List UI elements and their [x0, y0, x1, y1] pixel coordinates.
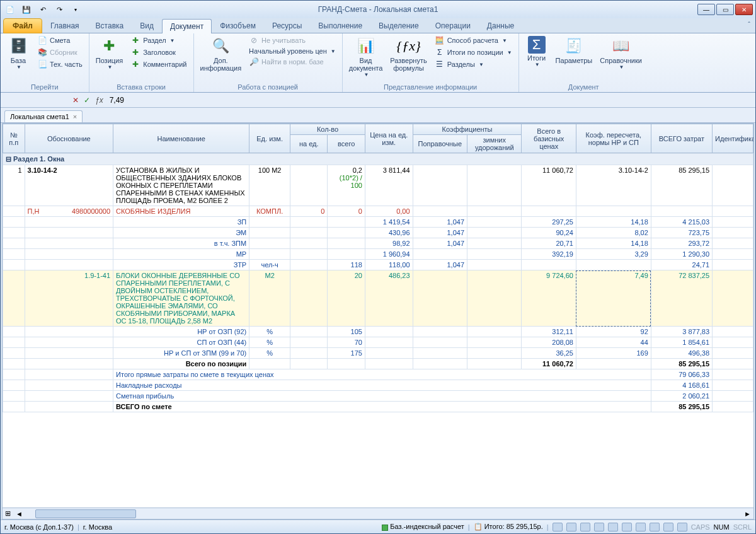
table-row[interactable]: Всего по позиции11 060,7285 295,15 [3, 359, 753, 369]
tech-button[interactable]: 📃Тех. часть [35, 59, 85, 70]
table-row[interactable]: СП от ОЗП (44)%70208,08441 854,61 [3, 337, 753, 348]
horizontal-scrollbar[interactable]: ⊞ ◄ ► [3, 508, 753, 519]
status-icon[interactable] [553, 523, 563, 531]
razdel-button[interactable]: ✚Раздел▼ [128, 35, 189, 46]
tab-data[interactable]: Данные [479, 18, 522, 33]
fx-icon: {ƒx} [399, 36, 419, 56]
doc-tab[interactable]: Локальная смета1 × [4, 110, 83, 122]
plus-icon: ✚ [130, 59, 140, 69]
formula-bar: ✕ ✓ ƒх [1, 93, 755, 108]
table-row[interactable]: 1 3.10-14-2 УСТАНОВКА В ЖИЛЫХ И ОБЩЕСТВЕ… [3, 165, 753, 206]
status-icon[interactable] [566, 523, 576, 531]
table-row[interactable]: ЗП1 419,541,047297,2514,184 215,03 [3, 217, 753, 228]
close-button[interactable]: ✕ [735, 4, 753, 15]
plus-icon: ✚ [99, 36, 119, 56]
ribbon-tabs: Файл Главная Вставка Вид Документ Физобъ… [1, 18, 755, 33]
ribbon-help-icon[interactable]: ˆ [748, 21, 750, 28]
zagolovok-button[interactable]: ✚Заголовок [128, 47, 189, 58]
redo-icon[interactable]: ↷ [52, 3, 66, 16]
tab-operations[interactable]: Операции [427, 18, 479, 33]
undo-icon[interactable]: ↶ [36, 3, 50, 16]
table-row[interactable]: 1.9-1-41 БЛОКИ ОКОННЫЕ ДЕРЕВЯННЫЕ СО СПА… [3, 270, 753, 327]
status-icon[interactable] [580, 523, 590, 531]
table-row[interactable]: П,Н 4980000000 СКОБЯНЫЕ ИЗДЕЛИЯ КОМПЛ. 0… [3, 206, 753, 217]
status-icon[interactable] [663, 523, 673, 531]
tab-view[interactable]: Вид [132, 18, 162, 33]
table-row[interactable]: Накладные расходы4 168,61 [3, 380, 753, 391]
razdely-button[interactable]: ☰Разделы▼ [432, 59, 515, 70]
col-ident[interactable]: Идентификатор [713, 124, 753, 153]
table-row[interactable]: Сметная прибыль2 060,21 [3, 391, 753, 402]
params-button[interactable]: 🧾 Параметры [553, 35, 595, 66]
doc-tabs: Локальная смета1 × [1, 108, 755, 123]
col-kolvo[interactable]: Кол-во [290, 124, 365, 135]
cancel-icon[interactable]: ✕ [72, 96, 79, 105]
table-row[interactable]: Итого прямые затраты по смете в текущих … [3, 369, 753, 380]
viddoc-button[interactable]: 📊 Виддокумента ▼ [346, 35, 386, 79]
status-icon[interactable] [636, 523, 646, 531]
tab-fizobem[interactable]: Физобъем [212, 18, 264, 33]
group-goto-title: Перейти [4, 83, 85, 92]
group-doc-title: Документ [523, 83, 644, 92]
find-norm-button[interactable]: 🔎Найти в норм. базе [246, 56, 338, 67]
section-row[interactable]: ⊟ Раздел 1. Окна [3, 154, 753, 165]
col-vsego[interactable]: всего [328, 135, 365, 153]
maximize-button[interactable]: ▭ [716, 4, 734, 15]
table-row[interactable]: ВСЕГО по смете85 295,15 [3, 402, 753, 412]
level-button[interactable]: Начальный уровень цен▼ [246, 47, 338, 55]
book-icon: 📖 [611, 36, 631, 56]
col-num[interactable]: № п.п [3, 124, 25, 153]
status-icon[interactable] [650, 523, 660, 531]
col-obosn[interactable]: Обоснование [25, 124, 113, 153]
col-tsena[interactable]: Цена на ед. изм. [365, 124, 413, 153]
col-koef[interactable]: Коэффициенты [413, 124, 522, 135]
col-ed[interactable]: Ед. изм. [249, 124, 290, 153]
qat-more-icon[interactable]: ▾ [69, 3, 83, 16]
confirm-icon[interactable]: ✓ [84, 96, 90, 105]
table-row[interactable]: НР от ОЗП (92)%105312,11923 877,83 [3, 327, 753, 337]
num-indicator: NUM [714, 523, 730, 531]
status-icon[interactable] [594, 523, 604, 531]
col-naed[interactable]: на ед. [290, 135, 328, 153]
neuchit-button[interactable]: ⊘Не учитывать [246, 35, 338, 46]
minimize-button[interactable]: — [697, 4, 715, 15]
table-row[interactable]: МР1 960,94392,193,291 290,30 [3, 249, 753, 260]
formuly-button[interactable]: {ƒx} Развернутьформулы [387, 35, 429, 73]
base-button[interactable]: 🗄️ База ▼ [4, 35, 32, 71]
tab-document[interactable]: Документ [162, 19, 212, 33]
itogi-button[interactable]: Σ Итоги ▼ [523, 35, 551, 69]
tab-insert[interactable]: Вставка [88, 18, 132, 33]
col-koefp[interactable]: Коэф. пересчета, нормы НР и СП [576, 124, 651, 153]
close-tab-icon[interactable]: × [73, 113, 77, 120]
tab-selection[interactable]: Выделение [370, 18, 427, 33]
file-tab[interactable]: Файл [3, 18, 42, 33]
status-icon[interactable] [622, 523, 632, 531]
save-icon[interactable]: 💾 [20, 3, 33, 16]
position-button[interactable]: ✚ Позиция ▼ [93, 35, 126, 71]
smeta-button[interactable]: 📄Смета [35, 35, 85, 46]
sbornik-button[interactable]: 📚Сборник [35, 47, 85, 58]
table-row[interactable]: ЗТРчел-ч118118,001,04724,71 [3, 260, 753, 270]
tab-main[interactable]: Главная [42, 18, 88, 33]
col-naim[interactable]: Наименование [113, 124, 249, 153]
dopinfo-button[interactable]: 🔍 Доп.информация [198, 35, 244, 73]
sprav-button[interactable]: 📖 Справочники ▼ [597, 35, 644, 71]
formula-input[interactable] [108, 95, 752, 105]
doc-icon: 📄 [37, 35, 47, 45]
itogi-pos-button[interactable]: ΣИтоги по позиции▼ [432, 47, 515, 58]
col-baz[interactable]: Всего в базисных ценах [522, 124, 576, 153]
col-zimn[interactable]: зимних удорожаний [467, 135, 522, 153]
window-title: ГРАНД-Смета - Локальная смета1 [318, 5, 438, 14]
col-poprav[interactable]: Поправочные [413, 135, 467, 153]
table-row[interactable]: ЭМ430,961,04790,248,02723,75 [3, 228, 753, 238]
table-row[interactable]: в т.ч. ЗПМ98,921,04720,7114,18293,72 [3, 238, 753, 249]
table-row[interactable]: НР и СП от ЗПМ (99 и 70)%17536,25169496,… [3, 348, 753, 359]
comment-button[interactable]: ✚Комментарий [128, 59, 189, 70]
sposob-button[interactable]: 🧮Способ расчета▼ [432, 35, 515, 46]
tab-execution[interactable]: Выполнение [310, 18, 370, 33]
status-icon[interactable] [608, 523, 618, 531]
app-icon[interactable]: 📄 [3, 3, 17, 16]
tab-resources[interactable]: Ресурсы [264, 18, 310, 33]
col-zatr[interactable]: ВСЕГО затрат [651, 124, 712, 153]
status-icon[interactable] [677, 523, 687, 531]
